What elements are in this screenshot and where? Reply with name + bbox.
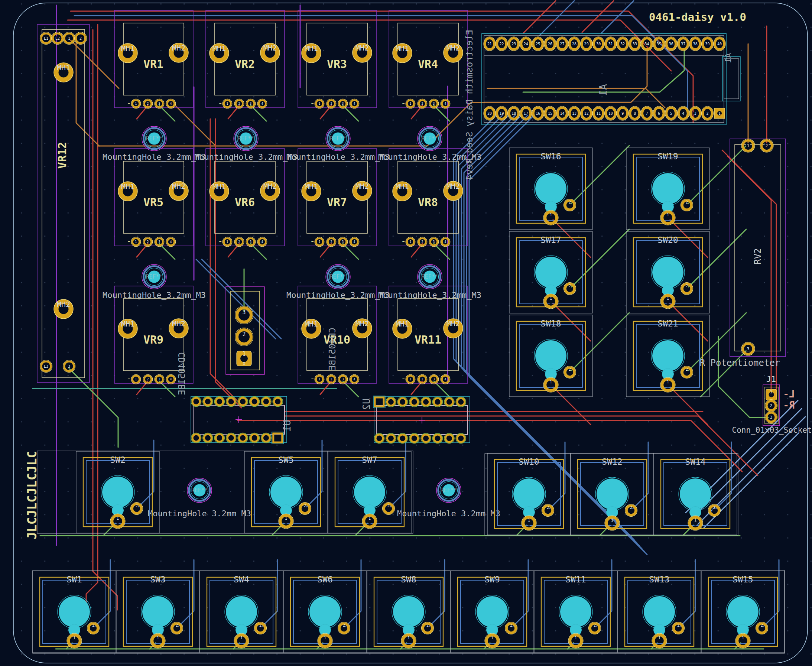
pad[interactable]: 2 [382,503,395,515]
pad[interactable]: 27 [556,37,568,51]
switch-sw9[interactable]: 12SW9 [451,571,534,653]
pad[interactable] [409,397,419,407]
pad[interactable]: 2 [143,99,153,109]
mount-pad[interactable]: MH2 [260,43,280,63]
copper-trace[interactable] [285,416,758,475]
pad[interactable]: 2 [326,99,336,109]
pad[interactable] [272,432,284,444]
mount-pad[interactable]: MH1 [118,181,137,201]
pad[interactable]: 12 [581,106,593,120]
pad[interactable] [444,434,454,443]
pad[interactable]: 1 [222,99,232,109]
pad[interactable] [373,396,385,408]
switch-sw13[interactable]: 12SW13 [618,571,701,653]
pad[interactable]: 2 [234,237,244,247]
copper-trace[interactable] [488,88,665,108]
pad[interactable]: 2 [235,328,253,346]
pad[interactable] [386,434,396,443]
pad[interactable]: 3 [155,374,164,384]
copper-trace[interactable] [175,105,216,146]
pad[interactable]: 11 [593,106,604,120]
copper-trace[interactable] [631,442,648,510]
pad[interactable]: 25 [532,37,544,51]
pot-vr12[interactable]: L1L212L33MH1MH2VR12 [37,25,89,382]
switch-sw17[interactable]: 12SW17 [509,231,593,313]
pad[interactable] [250,433,260,443]
pot-vr2[interactable]: MH1MH2VR2-1234 [206,10,285,109]
copper-trace[interactable] [202,259,281,339]
pad[interactable] [456,434,466,443]
pad[interactable]: 2 [564,283,576,295]
pad[interactable]: 33 [629,37,641,51]
switch-sw16[interactable]: 12SW16 [509,148,593,229]
pad[interactable] [433,397,443,407]
pad[interactable]: 4 [677,106,689,120]
mount-pad[interactable]: MH1 [393,181,412,201]
pad[interactable]: 4 [166,374,176,384]
pad[interactable]: 3 [741,342,755,356]
pad[interactable] [273,397,283,407]
pad[interactable]: 4 [441,374,450,384]
pad[interactable] [444,397,454,407]
switch-sw15[interactable]: 12SW15 [701,571,784,653]
copper-trace[interactable] [540,1,574,35]
switch-sw2[interactable]: 12SW2 [76,451,159,533]
pad[interactable]: 3 [429,374,439,384]
pad[interactable]: 5 [665,106,677,120]
pad[interactable]: 4 [349,374,359,384]
pad[interactable]: 34 [641,37,653,51]
pad[interactable]: 18 [508,106,520,120]
pad[interactable]: 4 [441,99,450,109]
mount-pad[interactable]: MH1 [118,43,137,63]
pad[interactable]: 4 [166,237,176,247]
pad[interactable]: L3 [40,360,53,373]
pad[interactable]: 2 [701,106,713,120]
pad[interactable]: 2 [672,622,685,635]
pad[interactable]: 2 [171,622,183,635]
pad[interactable]: 2 [564,199,576,211]
pad[interactable]: 3 [689,106,701,120]
pad[interactable]: L2 [52,32,64,45]
mounting-hole[interactable]: REF**MountingHole_3.2mm_M3 [102,264,206,300]
pad[interactable]: 2 [681,283,693,295]
mount-pad[interactable]: MH1 [393,319,412,338]
pad[interactable]: 19 [496,106,508,120]
pad[interactable]: 2 [564,366,576,379]
connector-rv1[interactable]: 321x [226,287,265,374]
switch-sw11[interactable]: 12SW11 [534,571,618,653]
pad[interactable] [261,397,271,407]
pad[interactable]: 1 [278,514,293,529]
pad[interactable] [191,397,201,407]
pad[interactable]: 1 [568,633,583,648]
pad[interactable]: 1 [222,237,232,247]
pad[interactable]: 4 [349,99,359,109]
pot-vr6[interactable]: MH1MH2VR6-1234 [206,148,285,247]
pad[interactable]: 1 [67,633,82,648]
pad[interactable]: 4 [257,99,267,109]
pad[interactable]: 3 [155,99,164,109]
mounting-hole[interactable]: REF**MountingHole_3.2mm_M3 [378,264,481,300]
pad[interactable] [226,433,236,443]
pad[interactable]: 1 [131,237,141,247]
mount-pad[interactable]: MH1 [301,181,321,201]
copper-trace[interactable] [74,16,688,111]
pad[interactable]: 1 [714,108,725,119]
mount-pad[interactable]: MH1 [209,181,229,201]
mount-pad[interactable]: MH2 [352,319,372,338]
switch-sw4[interactable]: 12SW4 [200,571,283,653]
pad[interactable]: 3 [338,374,348,384]
pcb-canvas[interactable]: MH1MH2VR1-1234MH1MH2VR2-1234MH1MH2VR3-12… [0,0,812,666]
pad[interactable] [261,433,271,443]
pad[interactable]: 24 [520,37,532,51]
pad[interactable] [203,397,213,407]
switch-sw7[interactable]: 12SW7 [328,451,411,533]
pad[interactable]: 37 [677,37,689,51]
pad[interactable]: 29 [581,37,593,51]
pad[interactable]: 3 [338,99,348,109]
pad[interactable]: 1 [401,633,416,648]
copper-trace[interactable] [71,11,693,123]
pad[interactable]: 3 [429,237,439,247]
mount-pad[interactable]: MH1 [301,319,321,338]
pad[interactable]: 1 [652,633,667,648]
pad[interactable] [214,397,224,407]
